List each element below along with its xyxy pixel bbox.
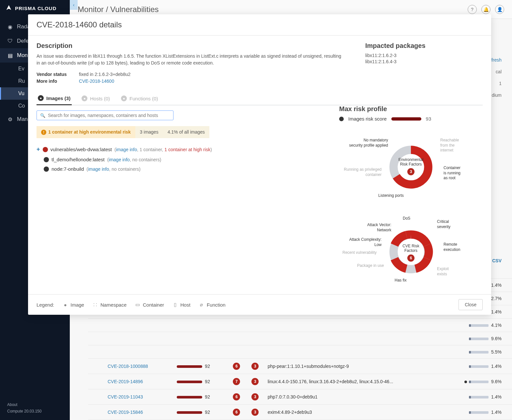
- tab-icon: ●: [82, 95, 87, 101]
- function-icon: ⌀: [199, 302, 204, 307]
- bell-icon[interactable]: 🔔: [481, 5, 490, 14]
- brand-text: PRISMA CLOUD: [15, 6, 56, 11]
- status-dot-icon: [43, 147, 48, 152]
- version-text: Compute 20.03.150: [7, 409, 63, 413]
- brand-logo: PRISMA CLOUD: [0, 0, 70, 16]
- vendor-status: fixed in 2:1.6.2-3+deb8u2: [79, 72, 130, 77]
- tab-icon: ●: [38, 95, 44, 101]
- image-row[interactable]: tl_demo/hellonode:latest (image info, no…: [37, 155, 326, 164]
- env-risk-donut: Environmental Risk Factors 3 No mandator…: [339, 128, 457, 206]
- image-row[interactable]: +vulnerables/web-dvwa:latest (image info…: [37, 144, 326, 155]
- impacted-heading: Impacted packages: [365, 42, 483, 50]
- risk-profile-heading: Max risk profile: [339, 105, 483, 113]
- cve-risk-donut: CVE Risk Factors 6 DoS Critical severity…: [339, 213, 457, 288]
- score-dot-icon: [339, 117, 344, 121]
- about-link[interactable]: About: [7, 402, 63, 407]
- table-row[interactable]: CVE-2019-15846 92 6 3 exim4:4.89-2+deb9u…: [88, 405, 512, 420]
- nav-icon: 🛡: [7, 38, 13, 44]
- cve-details-modal: CVE-2018-14600 details Description An is…: [28, 14, 491, 315]
- description-heading: Description: [37, 42, 346, 50]
- search-input[interactable]: [48, 113, 170, 118]
- image-search[interactable]: 🔍: [37, 110, 173, 120]
- legend: Legend: ●Image ⸬Namespace ▭Container ▯Ho…: [37, 302, 225, 308]
- expand-icon[interactable]: +: [37, 146, 40, 153]
- csv-link[interactable]: CSV: [492, 258, 502, 263]
- tab-functions[interactable]: ●Functions (0): [120, 92, 159, 105]
- modal-title: CVE-2018-14600 details: [28, 14, 491, 36]
- namespace-icon: ⸬: [93, 302, 98, 307]
- package-item: libx11:2:1.6.4-3: [365, 59, 483, 64]
- score-label: Images risk score: [348, 116, 387, 122]
- nav-icon: ▤: [7, 52, 13, 58]
- close-button[interactable]: Close: [459, 299, 483, 310]
- search-icon: 🔍: [40, 113, 45, 118]
- summary-images: 3 images: [135, 126, 163, 138]
- tab-images[interactable]: ●Images (3): [37, 92, 72, 105]
- table-row[interactable]: 9.6%: [88, 332, 512, 345]
- nav-icon: ⚙: [7, 116, 13, 122]
- tab-icon: ●: [121, 95, 127, 101]
- host-icon: ▯: [173, 302, 178, 307]
- score-bar: [391, 117, 421, 121]
- image-icon: ●: [63, 302, 68, 307]
- status-dot-icon: [44, 167, 49, 172]
- env-count-badge: 3: [407, 168, 414, 175]
- cve-link[interactable]: CVE-2019-15846: [108, 410, 143, 415]
- help-icon[interactable]: ?: [468, 5, 477, 14]
- description-text: An issue was discovered in libX11 throug…: [37, 53, 346, 66]
- image-row[interactable]: node:7-onbuild (image info, no container…: [37, 164, 326, 174]
- tab-hosts[interactable]: ●Hosts (0): [80, 92, 111, 105]
- image-info-link[interactable]: image info: [116, 147, 137, 152]
- table-row[interactable]: 5.5%: [88, 345, 512, 359]
- nav-icon: ◉: [7, 24, 13, 30]
- container-icon: ▭: [135, 302, 140, 307]
- table-row[interactable]: CVE-2019-11043 92 6 3 php7.0:7.0.30-0+de…: [88, 389, 512, 405]
- image-info-link[interactable]: image info: [88, 167, 109, 172]
- collapse-sidebar-button[interactable]: ‹: [70, 0, 78, 10]
- more-info-link[interactable]: CVE-2018-14600: [79, 79, 114, 84]
- summary-warning: 1 container at high environmental risk: [37, 126, 135, 138]
- summary-percent: 4.1% of all images: [163, 126, 209, 138]
- table-row[interactable]: CVE-2019-14896 92 7 3 linux:4.4.0-150.17…: [88, 374, 512, 389]
- cve-link[interactable]: CVE-2018-1000888: [108, 364, 148, 369]
- breadcrumb: Monitor / Vulnerabilities: [78, 5, 159, 14]
- table-row[interactable]: 4.1%: [88, 319, 512, 332]
- status-dot-icon: [44, 157, 49, 162]
- table-row[interactable]: CVE-2018-1000888 92 6 3 php-pear:1:1.10.…: [88, 359, 512, 374]
- prisma-icon: [5, 5, 12, 12]
- user-icon[interactable]: 👤: [495, 5, 504, 14]
- image-info-link[interactable]: image info: [109, 157, 130, 162]
- cve-count-badge: 6: [407, 254, 414, 262]
- cve-link[interactable]: CVE-2019-11043: [108, 394, 143, 399]
- package-item: libx11:2:1.6.2-3: [365, 53, 483, 58]
- score-value: 93: [426, 116, 431, 122]
- cve-link[interactable]: CVE-2019-14896: [108, 379, 143, 384]
